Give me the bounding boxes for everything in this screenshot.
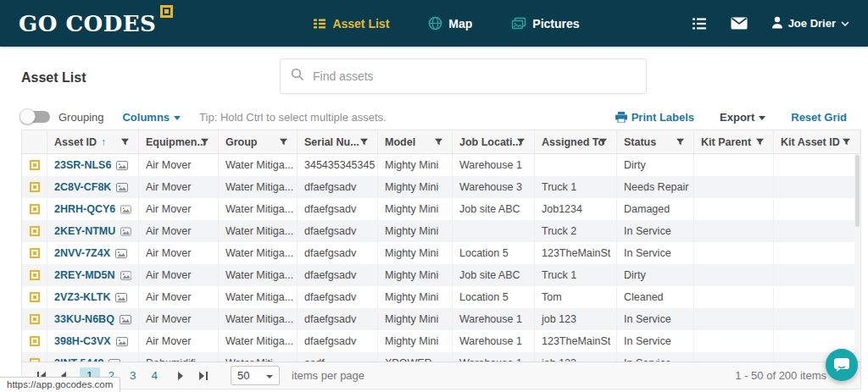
cell-model: Mighty Mini	[378, 286, 453, 308]
cell-kit-parent	[694, 220, 774, 242]
qr-tag-icon	[22, 242, 47, 264]
asset-id-link[interactable]: 3INT-5449	[54, 357, 103, 362]
pager-page-3[interactable]: 3	[123, 367, 143, 384]
cell-group: Water Mitiga...	[219, 264, 298, 286]
cell-status: Needs Repair	[617, 176, 694, 198]
asset-id-link[interactable]: 2C8V-CF8K	[54, 181, 111, 193]
nav-item-map[interactable]: Map	[428, 16, 472, 30]
export-button[interactable]: Export	[720, 111, 765, 124]
filter-icon[interactable]	[598, 137, 608, 146]
filter-icon[interactable]	[120, 137, 130, 146]
table-row[interactable]: 3INT-5449Dehumidifi...Water Miti...asdfX…	[22, 352, 860, 362]
cell-assigned-to: Truck 2	[535, 220, 617, 242]
cell-status: Damaged	[617, 198, 694, 220]
photo-icon[interactable]	[116, 183, 128, 192]
table-row[interactable]: 2REY-MD5NAir MoverWater Mitiga...dfaefgs…	[22, 264, 860, 286]
nav-item-pictures[interactable]: Pictures	[511, 17, 579, 30]
table-row[interactable]: 2NVV-7Z4XAir MoverWater Mitiga...dfaefgs…	[22, 242, 860, 264]
user-menu[interactable]: Joe Drier	[771, 16, 849, 31]
cell-kit-asset-id	[774, 154, 860, 176]
table-row[interactable]: 2KEY-NTMUAir MoverWater Mitiga...dfaefgs…	[22, 220, 860, 242]
scrollbar-thumb[interactable]	[855, 155, 860, 227]
main-nav: Asset List Map Pictures	[313, 16, 579, 30]
header-cell-equipmen[interactable]: Equipmen...	[139, 130, 219, 153]
header-cell-assigned-to[interactable]: Assigned To	[535, 130, 617, 153]
logo-text: GO CODES	[19, 13, 156, 35]
table-row[interactable]: 2C8V-CF8KAir MoverWater Mitiga...dfaefgs…	[22, 176, 860, 198]
grouping-toggle[interactable]	[21, 111, 50, 123]
page-size-select[interactable]: 50	[231, 366, 280, 385]
photo-icon[interactable]	[116, 161, 128, 170]
table-row[interactable]: 398H-C3VXAir MoverWater Mitiga...dfaefgs…	[22, 330, 860, 352]
photo-icon[interactable]	[108, 359, 120, 362]
asset-id-link[interactable]: 33KU-N6BQ	[54, 313, 114, 325]
vertical-scrollbar[interactable]	[854, 154, 860, 362]
table-row[interactable]: 2HRH-QCY6Air MoverWater Mitiga...dfaefgs…	[22, 198, 860, 220]
header-cell-status[interactable]: Status	[617, 130, 694, 153]
photo-icon[interactable]	[120, 315, 131, 324]
chevron-down-icon	[759, 116, 765, 120]
page-title: Asset List	[21, 70, 86, 86]
photo-icon[interactable]	[120, 271, 131, 280]
chevron-down-icon	[174, 116, 181, 120]
pager-page-4[interactable]: 4	[145, 367, 165, 384]
cell-asset-id: 3INT-5449	[47, 352, 139, 362]
cell-assigned-to: Truck 1	[535, 176, 617, 198]
cell-status: In Service	[617, 308, 694, 330]
filter-icon[interactable]	[842, 137, 851, 146]
print-labels-button[interactable]: Print Labels	[615, 111, 694, 124]
cell-kit-asset-id	[774, 330, 860, 352]
table-row[interactable]: 2VZ3-KLTKAir MoverWater Mitiga...dfaefgs…	[22, 286, 860, 308]
items-per-page-label: items per page	[292, 369, 364, 382]
filter-icon[interactable]	[359, 137, 369, 146]
nav-item-asset-list[interactable]: Asset List	[313, 17, 389, 30]
asset-id-link[interactable]: 2HRH-QCY6	[54, 203, 115, 215]
asset-id-link[interactable]: 23SR-NLS6	[54, 159, 111, 171]
cell-serial: dfaefgsadv	[298, 330, 378, 352]
reset-grid-button[interactable]: Reset Grid	[791, 111, 847, 124]
header-cell-model[interactable]: Model	[378, 130, 453, 153]
asset-id-link[interactable]: 2REY-MD5N	[54, 269, 115, 281]
filter-icon[interactable]	[676, 137, 685, 146]
cell-serial: dfaefgsadv	[298, 242, 378, 264]
header-cell-kit-parent[interactable]: Kit Parent	[694, 130, 774, 153]
cell-serial: dfaefgsadv	[298, 176, 378, 198]
photo-icon[interactable]	[115, 249, 127, 258]
photo-icon[interactable]	[116, 337, 128, 346]
last-page-button[interactable]	[193, 367, 212, 385]
cell-serial: dfaefgsadv	[298, 286, 378, 308]
header-cell-group[interactable]: Group	[219, 130, 298, 153]
filter-icon[interactable]	[755, 137, 765, 146]
filter-icon[interactable]	[279, 137, 288, 146]
mail-icon[interactable]	[731, 17, 748, 30]
asset-id-link[interactable]: 2VZ3-KLTK	[54, 291, 110, 303]
cell-group: Water Mitiga...	[219, 176, 298, 198]
cell-model: Mighty Mini	[378, 242, 453, 264]
asset-id-link[interactable]: 398H-C3VX	[54, 335, 111, 347]
search-input[interactable]	[313, 69, 636, 83]
asset-id-link[interactable]: 2KEY-NTMU	[54, 225, 115, 237]
table-row[interactable]: 33KU-N6BQAir MoverWater Mitiga...dfaefgs…	[22, 308, 860, 330]
photo-icon[interactable]	[120, 205, 131, 214]
filter-icon[interactable]	[434, 137, 443, 146]
pictures-icon	[511, 17, 526, 30]
next-page-button[interactable]	[171, 367, 190, 385]
task-list-icon[interactable]	[692, 17, 707, 30]
cell-equipment: Air Mover	[139, 176, 219, 198]
header-cell-serial-nu[interactable]: Serial Nu...	[298, 130, 378, 153]
columns-button[interactable]: Columns	[122, 111, 181, 124]
filter-icon[interactable]	[200, 137, 209, 146]
photo-icon[interactable]	[120, 227, 131, 236]
gocodes-logo[interactable]: GO CODES	[19, 13, 173, 35]
cell-equipment: Air Mover	[139, 220, 219, 242]
cell-status: In Service	[617, 242, 694, 264]
header-cell-kit-asset-id[interactable]: Kit Asset ID	[774, 130, 860, 153]
header-cell-job-locati[interactable]: Job Locati...	[453, 130, 535, 153]
chat-button[interactable]	[826, 349, 858, 381]
table-row[interactable]: 23SR-NLS6Air MoverWater Mitiga...3454353…	[22, 154, 860, 176]
cell-serial: dfaefgsadv	[298, 220, 378, 242]
filter-icon[interactable]	[516, 137, 526, 146]
photo-icon[interactable]	[115, 293, 127, 302]
asset-id-link[interactable]: 2NVV-7Z4X	[54, 247, 110, 259]
header-cell-asset-id[interactable]: Asset ID↑	[47, 130, 139, 153]
